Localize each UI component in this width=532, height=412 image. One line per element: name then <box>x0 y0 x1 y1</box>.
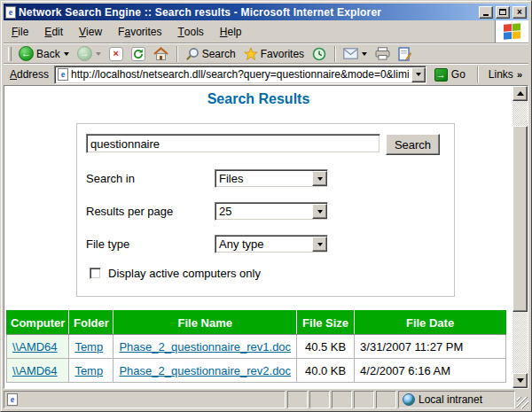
menu-edit[interactable]: Edit <box>36 20 71 43</box>
search-in-row: Search in Files <box>86 169 454 188</box>
edit-icon <box>398 47 411 61</box>
folder-link[interactable]: Temp <box>74 364 103 377</box>
favorites-button[interactable]: Favorites <box>240 45 308 63</box>
select-arrow-button[interactable] <box>312 237 327 252</box>
search-icon <box>185 47 200 61</box>
file-size-cell: 40.0 KB <box>297 359 355 383</box>
menu-tools[interactable]: Tools <box>169 20 211 43</box>
search-in-select[interactable]: Files <box>215 169 328 188</box>
history-icon <box>312 47 326 61</box>
minimize-button[interactable] <box>479 6 493 19</box>
mail-button[interactable] <box>340 45 371 63</box>
print-button[interactable] <box>372 45 394 63</box>
address-label: Address <box>6 68 51 81</box>
minimize-icon <box>483 14 489 16</box>
results-per-page-row: Results per page 25 <box>86 202 454 221</box>
address-dropdown-button[interactable] <box>411 67 426 82</box>
mail-icon <box>343 48 358 59</box>
header-file-date: File Date <box>355 311 506 335</box>
standard-toolbar: ← Back → × Search <box>4 43 528 63</box>
page-content: Search Results questionnaire Search Sear… <box>4 85 528 389</box>
menu-view[interactable]: View <box>71 20 110 43</box>
stop-button[interactable]: × <box>106 45 127 63</box>
status-pane <box>376 391 396 408</box>
address-input[interactable]: e http://localhost/netsearch.dll/search?… <box>54 66 426 84</box>
edit-button[interactable] <box>395 45 415 63</box>
active-computers-row: Display active computers only <box>86 267 454 280</box>
query-row: questionnaire Search <box>86 134 454 155</box>
header-folder: Folder <box>69 311 113 335</box>
home-button[interactable] <box>150 45 172 63</box>
menu-favorites[interactable]: Favorites <box>110 20 169 43</box>
menu-items: File Edit View Favorites Tools Help <box>4 20 495 43</box>
back-icon: ← <box>19 46 34 61</box>
menu-help[interactable]: Help <box>212 20 250 43</box>
triangle-up-icon <box>517 91 524 96</box>
stop-icon: × <box>109 47 123 61</box>
maximize-button[interactable] <box>496 6 510 19</box>
links-button[interactable]: Links » <box>485 68 526 81</box>
search-query-input[interactable]: questionnaire <box>86 134 380 153</box>
search-button-toolbar[interactable]: Search <box>182 45 239 63</box>
history-button[interactable] <box>309 45 330 63</box>
chevron-down-icon <box>317 243 323 246</box>
windows-logo-icon <box>504 23 521 40</box>
ie-page-icon: e <box>58 68 68 81</box>
globe-icon <box>403 393 415 406</box>
results-per-page-value: 25 <box>215 205 312 218</box>
search-form: questionnaire Search Search in Files Res… <box>76 123 455 297</box>
links-label: Links <box>489 68 513 81</box>
back-button[interactable]: ← Back <box>15 45 73 63</box>
refresh-button[interactable] <box>128 45 149 63</box>
address-label-rest: ddress <box>17 68 49 81</box>
chevron-down-icon <box>317 210 323 214</box>
vertical-scrollbar[interactable] <box>512 86 528 388</box>
computer-link[interactable]: \\AMD64 <box>12 340 58 354</box>
file-type-value: Any type <box>215 237 312 251</box>
file-name-link[interactable]: Phase_2_questionnaire_rev1.doc <box>119 340 291 354</box>
select-arrow-button[interactable] <box>312 171 327 186</box>
menu-bar: File Edit View Favorites Tools Help <box>4 20 528 43</box>
active-computers-checkbox[interactable] <box>90 268 101 279</box>
results-per-page-select[interactable]: 25 <box>215 202 328 221</box>
resize-grip[interactable] <box>517 397 528 408</box>
status-pane <box>354 391 374 408</box>
search-submit-button[interactable]: Search <box>386 134 440 155</box>
toolbar-grip[interactable] <box>8 47 12 61</box>
results-header-row: Computer Folder File Name File Size File… <box>7 311 506 335</box>
select-arrow-button[interactable] <box>312 204 327 219</box>
page-title: Search Results <box>4 91 512 107</box>
go-button[interactable]: → Go <box>430 66 470 84</box>
home-icon <box>153 47 168 61</box>
title-bar[interactable]: e Network Search Engine :: Search result… <box>4 4 528 20</box>
status-pane-main: e <box>4 391 286 408</box>
back-dropdown-icon <box>64 52 69 56</box>
browser-window: e Network Search Engine :: Search result… <box>0 0 532 412</box>
favorites-star-icon <box>244 47 258 61</box>
scrollbar-thumb[interactable] <box>512 126 528 312</box>
scroll-down-button[interactable] <box>512 373 528 388</box>
table-row: \\AMD64 Temp Phase_2_questionnaire_rev2.… <box>7 359 506 383</box>
folder-link[interactable]: Temp <box>74 340 103 354</box>
forward-button[interactable]: → <box>74 45 105 63</box>
search-label: Search <box>202 48 236 60</box>
close-button[interactable]: × <box>512 6 527 19</box>
status-bar: e Local intranet <box>4 389 528 408</box>
menu-file[interactable]: File <box>4 20 36 43</box>
triangle-down-icon <box>517 378 524 383</box>
file-type-row: File type Any type <box>86 235 454 253</box>
file-date-cell: 4/2/2007 6:16 AM <box>355 359 506 383</box>
refresh-icon <box>131 47 145 61</box>
ie-page-icon: e <box>5 6 16 19</box>
computer-link[interactable]: \\AMD64 <box>12 364 58 377</box>
go-label: Go <box>451 68 466 81</box>
windows-logo-box <box>495 20 528 43</box>
header-computer: Computer <box>7 311 69 335</box>
file-name-link[interactable]: Phase_2_questionnaire_rev2.doc <box>119 364 291 377</box>
address-url-text: http://localhost/netsearch.dll/search?qu… <box>71 68 409 81</box>
print-icon <box>375 47 390 60</box>
header-file-name: File Name <box>113 311 297 335</box>
favorites-label: Favorites <box>261 48 304 60</box>
file-type-select[interactable]: Any type <box>215 235 328 253</box>
scroll-up-button[interactable] <box>512 86 528 101</box>
